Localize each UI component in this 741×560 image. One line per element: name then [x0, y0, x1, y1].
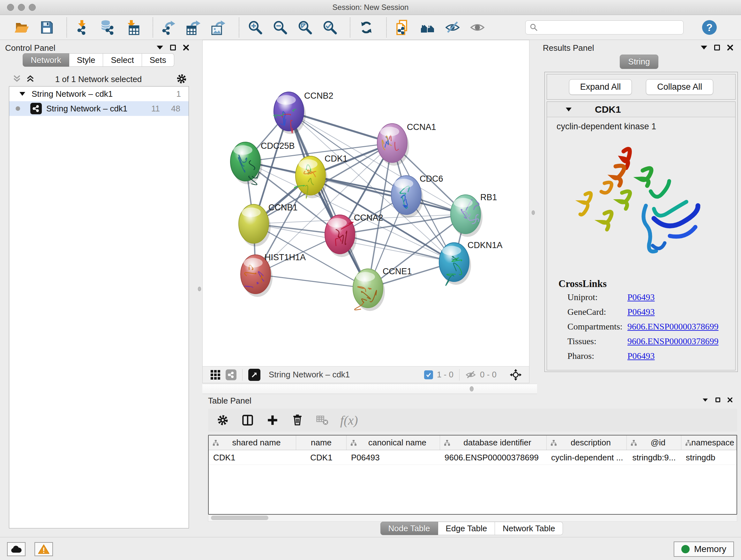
network-type-icon[interactable] [226, 369, 237, 380]
statusbar-separator [242, 369, 243, 381]
crosslink-label: Compartments: [567, 321, 623, 332]
column-header--id[interactable]: @id [627, 435, 681, 450]
table-cell[interactable]: CDK1 [209, 450, 296, 464]
zoom-fit-icon[interactable] [297, 20, 313, 35]
collapse-all-button[interactable]: Collapse All [646, 79, 713, 95]
import-table-icon[interactable] [125, 20, 140, 35]
left-splitter-handle[interactable] [198, 287, 201, 291]
tab-edge-table[interactable]: Edge Table [438, 522, 495, 535]
open-session-icon[interactable] [14, 20, 29, 35]
panel-menu-icon[interactable] [701, 46, 707, 50]
toolbar-separator [66, 17, 67, 37]
horizontal-splitter-handle[interactable] [470, 386, 474, 391]
table-cell[interactable]: P06493 [347, 450, 440, 464]
float-panel-icon[interactable] [170, 45, 176, 51]
network-collection-row[interactable]: String Network – cdk1 1 [9, 86, 189, 101]
cloud-button[interactable] [7, 542, 25, 556]
column-header-database-identifier[interactable]: database identifier [440, 435, 547, 450]
zoom-selected-icon[interactable] [322, 20, 338, 35]
network-row[interactable]: String Network – cdk1 11 48 [9, 101, 189, 116]
cdk1-section-header[interactable]: CDK1 [547, 102, 735, 117]
panel-menu-icon[interactable] [703, 398, 708, 401]
network-view[interactable]: CCNB2CCNA1CDC25BCDK1CDC6RB1CCNB1CCNA2CDK… [202, 40, 529, 383]
tab-string[interactable]: String [620, 55, 659, 69]
crosslink-link[interactable]: P06493 [627, 307, 655, 317]
tab-sets[interactable]: Sets [142, 53, 174, 67]
tab-network-table[interactable]: Network Table [495, 522, 563, 535]
table-horizontal-scrollbar[interactable] [208, 515, 737, 522]
section-collapse-icon[interactable] [565, 106, 572, 113]
table-header-row: shared namenamecanonical namedatabase id… [209, 435, 737, 450]
import-network-icon[interactable] [75, 20, 91, 35]
crosslink-link[interactable]: 9606.ENSP00000378699 [627, 336, 718, 347]
warnings-button[interactable] [35, 542, 53, 556]
tab-network[interactable]: Network [23, 53, 69, 67]
selected-checkbox-icon[interactable] [424, 370, 433, 379]
network-canvas[interactable]: CCNB2CCNA1CDC25BCDK1CDC6RB1CCNB1CCNA2CDK… [203, 40, 529, 366]
crosslink-link[interactable]: 9606.ENSP00000378699 [627, 321, 718, 332]
shared-column-icon [444, 440, 450, 446]
import-network-from-database-icon[interactable] [100, 20, 116, 35]
crosslink-label: Pharos: [567, 351, 594, 361]
table-cell[interactable]: stringdb [681, 450, 736, 464]
node-description: cyclin-dependent kinase 1 [556, 122, 656, 132]
close-panel-icon[interactable] [183, 44, 189, 51]
hide-selected-icon[interactable] [445, 20, 460, 35]
table-row[interactable]: CDK1CDK1P064939606.ENSP00000378699cyclin… [209, 450, 737, 465]
first-neighbors-icon[interactable] [420, 20, 435, 35]
tab-style[interactable]: Style [69, 53, 104, 67]
expand-all-button[interactable]: Expand All [569, 79, 632, 95]
table-cell[interactable]: stringdb:9... [627, 450, 681, 464]
show-columns-icon[interactable] [241, 413, 255, 427]
tab-node-table[interactable]: Node Table [381, 522, 438, 535]
column-header-shared-name[interactable]: shared name [209, 435, 296, 450]
open-in-window-icon[interactable] [248, 369, 260, 381]
scrollbar-thumb[interactable] [211, 516, 268, 520]
crosslink-link[interactable]: P06493 [627, 351, 655, 361]
table-cell[interactable]: CDK1 [296, 450, 347, 464]
tree-expander-icon[interactable] [19, 90, 26, 98]
right-splitter-handle[interactable] [532, 210, 535, 215]
node-label-CDC25B: CDC25B [261, 141, 295, 151]
column-header-namespace[interactable]: namespace [681, 435, 736, 450]
birds-eye-grid-icon[interactable] [210, 370, 220, 380]
zoom-out-icon[interactable] [273, 20, 288, 35]
control-panel-tabs: NetworkStyleSelectSets [0, 53, 197, 67]
memory-button[interactable]: Memory [674, 542, 734, 557]
panel-menu-icon[interactable] [157, 46, 163, 50]
node-gloss [298, 159, 318, 169]
close-panel-icon[interactable] [727, 397, 733, 402]
crosslink-label: Uniprot: [567, 292, 598, 302]
title-bar: Session: New Session [0, 0, 741, 15]
column-header-name[interactable]: name [296, 435, 347, 450]
export-network-icon[interactable] [161, 20, 177, 35]
export-image-icon[interactable] [211, 20, 226, 35]
pan-crosshair-icon[interactable] [509, 368, 522, 381]
table-cell[interactable]: cyclin-dependent ... [547, 450, 627, 464]
node-gloss [394, 179, 413, 188]
clone-network-icon[interactable] [395, 20, 410, 35]
float-panel-icon[interactable] [716, 397, 720, 402]
delete-column-icon[interactable] [290, 413, 305, 427]
column-header-canonical-name[interactable]: canonical name [347, 435, 440, 450]
collection-count: 1 [177, 89, 181, 99]
export-table-icon[interactable] [186, 20, 202, 35]
tab-select[interactable]: Select [103, 53, 142, 67]
search-input[interactable] [525, 20, 684, 35]
gear-icon[interactable] [175, 72, 188, 85]
column-header-description[interactable]: description [547, 435, 627, 450]
crosslink-link[interactable]: P06493 [627, 292, 655, 302]
show-all-icon[interactable] [470, 20, 485, 35]
create-column-icon[interactable] [266, 413, 280, 427]
cloud-icon [10, 545, 22, 553]
close-panel-icon[interactable] [727, 44, 733, 51]
zoom-in-icon[interactable] [248, 20, 263, 35]
float-panel-icon[interactable] [714, 45, 720, 51]
help-icon[interactable]: ? [702, 20, 717, 35]
table-cell[interactable]: 9606.ENSP00000378699 [440, 450, 547, 464]
node-gloss [328, 218, 347, 228]
refresh-icon[interactable] [359, 20, 374, 35]
node-title: CDK1 [595, 104, 621, 115]
table-settings-gear-icon[interactable] [216, 413, 230, 427]
save-session-icon[interactable] [39, 20, 54, 35]
